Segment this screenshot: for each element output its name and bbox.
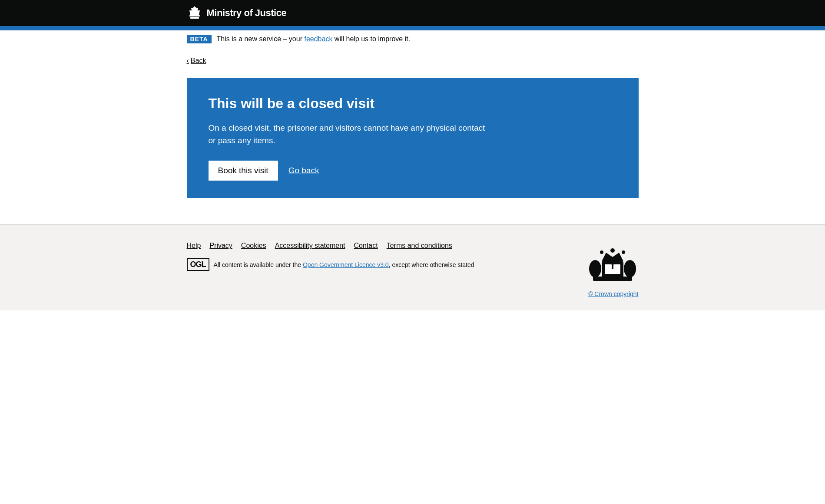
footer-left: Help Privacy Cookies Accessibility state… xyxy=(187,242,586,271)
footer-link-accessibility[interactable]: Accessibility statement xyxy=(275,242,345,250)
ogl-licence-link[interactable]: Open Government Licence v3.0 xyxy=(303,261,389,268)
notification-title: This will be a closed visit xyxy=(209,95,617,112)
site-header: Ministry of Justice xyxy=(0,0,825,26)
svg-rect-0 xyxy=(189,15,200,16)
back-link-container: ‹ Back xyxy=(187,48,639,69)
notification-actions: Book this visit Go back xyxy=(209,161,617,181)
svg-point-4 xyxy=(589,260,601,277)
header-logo-link[interactable]: Ministry of Justice xyxy=(187,5,287,21)
beta-text: This is a new service – your feedback wi… xyxy=(217,35,411,43)
org-name: Ministry of Justice xyxy=(207,7,287,19)
crown-copyright-text: © Crown copyright xyxy=(588,290,638,297)
back-link[interactable]: ‹ Back xyxy=(187,57,206,65)
svg-point-7 xyxy=(600,250,603,254)
footer-link-contact[interactable]: Contact xyxy=(354,242,378,250)
svg-rect-6 xyxy=(593,277,632,281)
back-link-label: Back xyxy=(191,57,206,65)
crown-copyright-icon xyxy=(586,242,639,285)
beta-tag: Beta xyxy=(187,35,212,43)
crown-copyright-link[interactable]: © Crown copyright xyxy=(588,290,638,297)
svg-point-9 xyxy=(622,250,625,254)
go-back-link[interactable]: Go back xyxy=(288,166,319,175)
footer-link-terms[interactable]: Terms and conditions xyxy=(387,242,452,250)
footer-link-help[interactable]: Help xyxy=(187,242,201,250)
beta-text-before: This is a new service – your xyxy=(217,35,305,43)
footer-link-cookies[interactable]: Cookies xyxy=(241,242,266,250)
svg-rect-12 xyxy=(605,269,620,274)
ogl-text-after: , except where otherwise stated xyxy=(389,261,474,268)
back-chevron-icon: ‹ xyxy=(187,57,189,65)
ogl-text-before: All content is available under the xyxy=(214,261,303,268)
blue-bar xyxy=(0,26,825,30)
beta-text-after: will help us to improve it. xyxy=(332,35,410,43)
site-footer: Help Privacy Cookies Accessibility state… xyxy=(0,224,825,310)
footer-right: © Crown copyright xyxy=(586,242,639,297)
svg-point-5 xyxy=(624,260,636,277)
svg-rect-1 xyxy=(190,17,199,19)
notification-panel: This will be a closed visit On a closed … xyxy=(187,78,639,198)
notification-body: On a closed visit, the prisoner and visi… xyxy=(209,122,491,147)
beta-banner: Beta This is a new service – your feedba… xyxy=(0,30,825,48)
book-this-visit-button[interactable]: Book this visit xyxy=(209,161,278,181)
feedback-link[interactable]: feedback xyxy=(304,35,332,43)
ogl-text: All content is available under the Open … xyxy=(214,261,474,268)
footer-link-privacy[interactable]: Privacy xyxy=(209,242,232,250)
ogl-logo: OGL xyxy=(187,258,209,271)
svg-point-8 xyxy=(610,248,615,253)
main-content: ‹ Back This will be a closed visit On a … xyxy=(174,48,652,198)
footer-ogl: OGL All content is available under the O… xyxy=(187,258,586,271)
footer-nav: Help Privacy Cookies Accessibility state… xyxy=(187,242,586,250)
svg-marker-3 xyxy=(602,253,623,261)
crown-logo-icon xyxy=(187,5,202,21)
